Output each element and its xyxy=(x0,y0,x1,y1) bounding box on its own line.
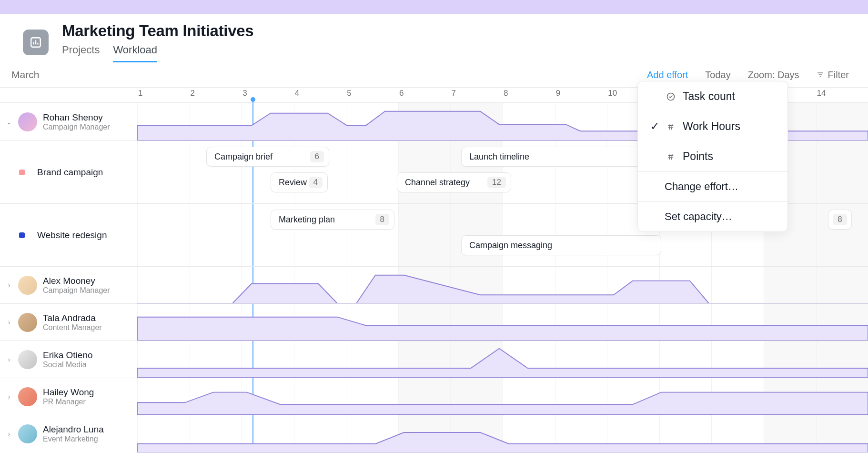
dropdown-option-task-count[interactable]: Task count xyxy=(638,81,787,111)
tab-workload[interactable]: Workload xyxy=(113,44,157,62)
chevron-right-icon[interactable]: › xyxy=(6,356,12,363)
day-label: 6 xyxy=(398,88,451,102)
filter-icon xyxy=(817,71,824,79)
workload-chart xyxy=(137,304,868,341)
task-card[interactable]: Marketing plan 8 xyxy=(271,210,394,230)
chevron-right-icon[interactable]: › xyxy=(6,319,12,326)
avatar xyxy=(18,112,37,131)
dropdown-option-points[interactable]: Points xyxy=(638,141,787,171)
svg-line-15 xyxy=(672,154,673,160)
add-effort-button[interactable]: Add effort xyxy=(647,70,688,80)
chevron-right-icon[interactable]: › xyxy=(6,393,12,401)
project-label: Website redesign xyxy=(37,230,107,241)
person-role: Social Media xyxy=(43,361,93,369)
tabs: Projects Workload xyxy=(62,44,253,62)
person-name: Alex Mooney xyxy=(43,276,110,286)
day-label: 5 xyxy=(346,88,398,102)
day-label: 7 xyxy=(450,88,503,102)
person-role: PR Manager xyxy=(43,398,94,406)
person-name: Hailey Wong xyxy=(43,387,94,398)
avatar xyxy=(18,387,37,406)
person-name: Rohan Shenoy xyxy=(43,112,110,123)
svg-line-11 xyxy=(672,124,673,130)
effort-dropdown: Task count ✓ Work Hours Points Change ef… xyxy=(637,81,788,232)
task-card[interactable]: Launch timeline xyxy=(461,147,661,167)
person-row-hailey: › Hailey Wong PR Manager xyxy=(0,378,868,415)
zoom-button[interactable]: Zoom: Days xyxy=(748,70,799,80)
portfolio-icon xyxy=(23,30,49,55)
dropdown-option-work-hours[interactable]: ✓ Work Hours xyxy=(638,111,787,141)
hash-icon xyxy=(666,152,676,161)
check-icon: ✓ xyxy=(650,120,659,133)
svg-line-14 xyxy=(669,154,670,160)
avatar xyxy=(18,313,37,332)
month-label: March xyxy=(11,69,647,80)
person-role: Event Marketing xyxy=(43,435,104,443)
workload-chart xyxy=(137,415,868,452)
svg-line-10 xyxy=(669,124,670,130)
person-name: Alejandro Luna xyxy=(43,424,104,435)
day-label: 1 xyxy=(137,88,190,102)
day-label: 14 xyxy=(816,88,868,102)
chevron-down-icon[interactable]: ⌄ xyxy=(6,118,12,126)
day-label: 8 xyxy=(503,88,555,102)
header: Marketing Team Initiatives Projects Work… xyxy=(0,14,868,62)
dropdown-set-capacity[interactable]: Set capacity… xyxy=(638,202,787,231)
day-label: 2 xyxy=(190,88,242,102)
person-role: Campaign Manager xyxy=(43,123,110,131)
project-color-swatch xyxy=(19,232,25,238)
tab-projects[interactable]: Projects xyxy=(62,44,100,62)
dropdown-change-effort[interactable]: Change effort… xyxy=(638,172,787,201)
day-label: 4 xyxy=(294,88,346,102)
top-banner xyxy=(0,0,868,14)
workload-chart xyxy=(137,341,868,378)
workload-chart xyxy=(137,378,868,415)
task-card[interactable]: Campaign messaging xyxy=(461,235,661,255)
person-role: Campaign Manager xyxy=(43,286,110,295)
task-card[interactable]: Channel strategy 12 xyxy=(397,172,511,192)
filter-button[interactable]: Filter xyxy=(817,70,849,80)
today-button[interactable]: Today xyxy=(705,70,730,80)
task-card[interactable]: 8 xyxy=(828,210,852,230)
person-row-erika: › Erika Otieno Social Media xyxy=(0,341,868,378)
project-label: Brand campaign xyxy=(37,167,103,178)
day-label: 3 xyxy=(242,88,294,102)
avatar xyxy=(18,424,37,443)
person-row-tala: › Tala Andrada Content Manager xyxy=(0,304,868,341)
avatar xyxy=(18,350,37,369)
hash-icon xyxy=(666,122,676,131)
task-card[interactable]: Review 4 xyxy=(271,172,328,192)
project-color-swatch xyxy=(19,170,25,175)
chevron-right-icon[interactable]: › xyxy=(6,281,12,289)
person-name: Erika Otieno xyxy=(43,350,93,361)
person-row-alejandro: › Alejandro Luna Event Marketing xyxy=(0,415,868,452)
person-role: Content Manager xyxy=(43,323,102,332)
avatar xyxy=(18,276,37,295)
today-indicator xyxy=(251,97,255,102)
check-circle-icon xyxy=(666,92,676,101)
person-row-alex: › Alex Mooney Campaign Manager xyxy=(0,267,868,304)
task-card[interactable]: Campaign brief 6 xyxy=(206,147,329,167)
workload-chart xyxy=(137,267,868,303)
person-name: Tala Andrada xyxy=(43,313,102,323)
page-title: Marketing Team Initiatives xyxy=(62,22,253,40)
chevron-right-icon[interactable]: › xyxy=(6,430,12,438)
day-label: 9 xyxy=(555,88,607,102)
